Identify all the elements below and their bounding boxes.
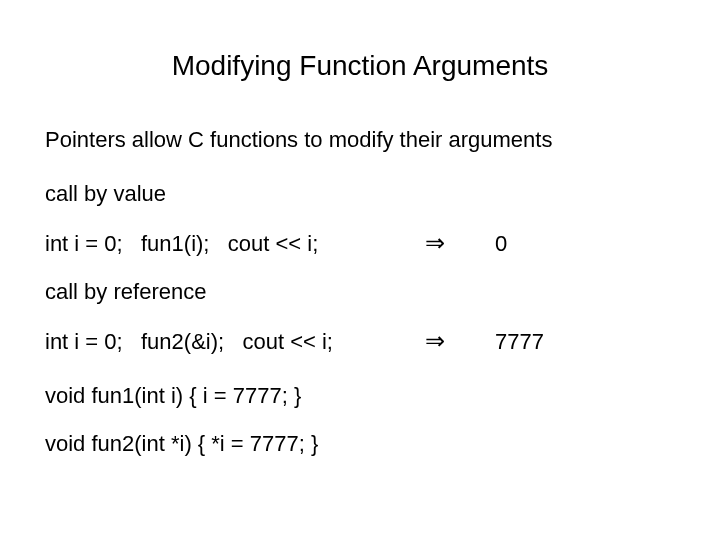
example2-result: 7777: [495, 329, 544, 355]
call-by-reference-label-text: call by reference: [45, 279, 206, 305]
example2-row: int i = 0; fun2(&i); cout << i; ⇒ 7777: [45, 327, 675, 355]
call-by-value-label-text: call by value: [45, 181, 166, 207]
intro-text: Pointers allow C functions to modify the…: [45, 127, 675, 153]
fun2-definition: void fun2(int *i) { *i = 7777; }: [45, 431, 675, 457]
arrow-icon: ⇒: [395, 327, 475, 355]
slide-title: Modifying Function Arguments: [45, 50, 675, 82]
example1-row: int i = 0; fun1(i); cout << i; ⇒ 0: [45, 229, 675, 257]
example2-code: int i = 0; fun2(&i); cout << i;: [45, 329, 395, 355]
intro-text-content: Pointers allow C functions to modify the…: [45, 127, 552, 153]
fun2-definition-text: void fun2(int *i) { *i = 7777; }: [45, 431, 318, 457]
fun1-definition-text: void fun1(int i) { i = 7777; }: [45, 383, 301, 409]
call-by-reference-label: call by reference: [45, 279, 675, 305]
example1-code: int i = 0; fun1(i); cout << i;: [45, 231, 395, 257]
arrow-icon: ⇒: [395, 229, 475, 257]
fun1-definition: void fun1(int i) { i = 7777; }: [45, 383, 675, 409]
slide: Modifying Function Arguments Pointers al…: [0, 0, 720, 540]
example1-result: 0: [495, 231, 507, 257]
call-by-value-label: call by value: [45, 181, 675, 207]
